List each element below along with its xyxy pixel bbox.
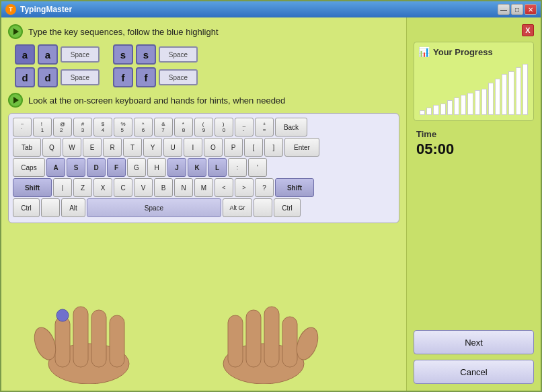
key-ctrl-r: Ctrl [274,198,301,217]
key-1: !1 [33,118,52,136]
chart-bar [495,79,500,115]
chart-bar [461,95,466,115]
key-c: C [114,178,132,197]
key-t: T [123,138,142,157]
key-6: ^6 [134,118,153,136]
svg-rect-11 [228,315,243,367]
instruction-text-2: Look at the on-screen keyboard and hands… [28,95,285,106]
key-rbracket: ] [264,138,283,157]
key-pipe: | [53,178,72,197]
key-sequence-area: a a Space d d Space s s Space [8,44,399,87]
progress-title-row: 📊 Your Progress [418,46,529,57]
main-panel: Type the key sequences, follow the blue … [1,17,406,391]
key-seq-col-1: a a Space d d Space [15,44,100,87]
content-area: Type the key sequences, follow the blue … [1,17,541,391]
progress-chart [418,63,529,116]
spacer [414,166,534,325]
right-hand-svg [190,290,324,384]
svg-rect-2 [73,307,88,367]
key-7: &7 [154,118,173,136]
progress-section: 📊 Your Progress [414,42,534,121]
key-alt-l: Alt [61,198,85,217]
on-screen-keyboard: ~` !1 @2 #3 $4 %5 ^6 &7 *8 (9 )0 _- += B… [8,113,399,223]
key-j-kb: J [167,158,186,177]
space-key-4: Space [159,69,198,85]
svg-rect-9 [264,307,279,367]
key-n: N [174,178,193,197]
key-u: U [163,138,182,157]
key-a-kb: A [46,158,65,177]
title-bar: T TypingMaster — □ ✕ [1,1,541,17]
key-a: a [38,44,58,65]
key-g: G [127,158,146,177]
instruction-row-2: Look at the on-screen keyboard and hands… [8,93,399,108]
chart-bar [454,97,459,115]
key-d-1: d [15,67,35,87]
key-s-kb: S [67,158,85,177]
key-m: M [194,178,213,197]
main-window: T TypingMaster — □ ✕ Type the key sequen… [0,0,542,392]
space-key-3: Space [159,46,198,63]
key-l-kb: L [208,158,227,177]
key-shift-l: Shift [13,178,52,197]
svg-rect-8 [282,317,297,367]
minimize-button[interactable]: — [498,4,510,15]
maximize-button[interactable]: □ [511,4,523,15]
key-minus: _- [235,118,254,136]
chart-bar [447,100,453,115]
key-quote: ' [248,158,267,177]
key-seq-row-f: f f Space [113,67,198,87]
play-icon-1 [8,24,23,39]
key-seq-row-a: a a Space [15,44,100,65]
time-section: Time 05:00 [414,126,534,161]
key-v: V [134,178,153,197]
key-seq-row-s: s s Space [113,44,198,65]
key-shift-r: Shift [275,178,314,197]
svg-rect-1 [55,317,70,367]
key-lbracket: [ [244,138,263,157]
key-o: O [204,138,223,157]
key-k-kb: K [188,158,206,177]
key-z: Z [73,178,92,197]
key-menu [254,198,272,217]
key-b: B [154,178,173,197]
chart-bar [508,71,514,115]
cancel-button[interactable]: Cancel [414,360,534,384]
hands-area [8,229,399,384]
next-button[interactable]: Next [414,330,534,354]
svg-rect-3 [91,310,106,367]
close-button[interactable]: ✕ [525,4,537,15]
instruction-text-1: Type the key sequences, follow the blue … [28,27,219,37]
key-ctrl-l: Ctrl [13,198,40,217]
key-y: Y [143,138,162,157]
kb-row-1: ~` !1 @2 #3 $4 %5 ^6 &7 *8 (9 )0 _- += B… [13,118,395,136]
window-title: TypingMaster [20,5,498,14]
key-r: R [103,138,122,157]
kb-row-5: Ctrl Alt Space Alt Gr Ctrl [13,198,395,217]
key-altgr: Alt Gr [223,198,252,217]
key-s-1: s [113,44,133,65]
chart-bar [426,108,432,115]
chart-bar [440,104,446,115]
key-9: (9 [194,118,213,136]
key-f-2: f [136,67,156,87]
key-enter: Enter [284,138,319,157]
chart-bar [475,90,480,115]
key-tab: Tab [13,138,41,157]
window-controls: — □ ✕ [498,4,537,15]
left-hand-svg [28,290,163,384]
space-key-2: Space [61,69,100,85]
play-icon-2 [8,93,23,108]
key-f-1: f [113,67,133,87]
chart-bar [467,93,473,115]
chart-bar [488,83,494,115]
right-panel: X 📊 Your Progress Time 05:00 Next Cancel [406,17,541,391]
space-key-1: Space [61,46,100,63]
key-f-kb: F [107,158,126,177]
key-slash: ? [255,178,274,197]
chart-bar [502,74,507,115]
key-q: Q [42,138,61,157]
close-panel-button[interactable]: X [522,24,534,36]
key-a-highlight: a [15,44,35,65]
progress-title-text: Your Progress [433,47,493,57]
